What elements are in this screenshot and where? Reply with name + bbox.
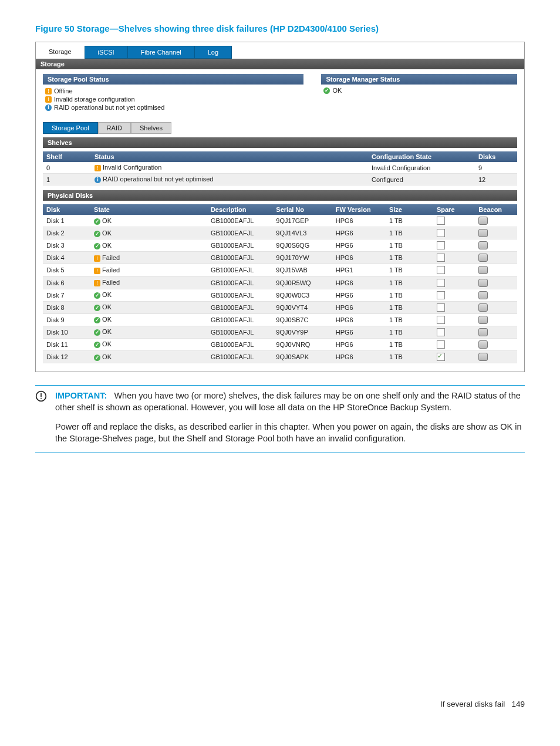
status-text: Offline <box>54 87 73 94</box>
beacon-button[interactable] <box>478 303 488 312</box>
cell-state: ✓ OK <box>90 326 207 338</box>
cell-config: Invalid Configuration <box>368 162 475 174</box>
table-row[interactable]: Disk 1✓ OKGB1000EAFJL9QJ17GEPHPG61 TB <box>43 215 517 227</box>
important-icon <box>35 390 48 413</box>
info-icon: i <box>95 177 101 183</box>
cell-spare <box>433 289 475 301</box>
warning-icon: ! <box>45 96 52 103</box>
cell-fw: HPG6 <box>332 227 386 239</box>
spare-checkbox[interactable] <box>437 229 445 237</box>
table-row[interactable]: Disk 5! FailedGB1000EAFJL9QJ15VABHPG11 T… <box>43 264 517 276</box>
beacon-button[interactable] <box>478 217 488 225</box>
important-label: IMPORTANT: <box>55 391 107 400</box>
beacon-button[interactable] <box>478 328 488 336</box>
spare-checkbox[interactable] <box>437 241 445 249</box>
spare-checkbox[interactable] <box>437 279 445 287</box>
spare-checkbox[interactable] <box>437 340 445 349</box>
table-row[interactable]: Disk 10✓ OKGB1000EAFJL9QJ0VY9PHPG61 TB <box>43 326 517 338</box>
ok-icon: ✓ <box>94 355 100 361</box>
warning-icon: ! <box>94 255 100 262</box>
cell-size: 1 TB <box>386 351 433 363</box>
table-row[interactable]: Disk 4! FailedGB1000EAFJL9QJ170YWHPG61 T… <box>43 252 517 264</box>
tab-iscsi[interactable]: iSCSI <box>85 46 128 59</box>
ok-icon: ✓ <box>94 317 100 323</box>
spare-checkbox[interactable] <box>437 328 445 336</box>
col-description: Description <box>207 204 272 215</box>
cell-status: ! Invalid Configuration <box>91 162 368 174</box>
subtab-shelves[interactable]: Shelves <box>131 122 171 134</box>
table-row[interactable]: Disk 12✓ OKGB1000EAFJL9QJ0SAPKHPG61 TB <box>43 351 517 363</box>
cell-size: 1 TB <box>386 338 433 350</box>
tab-storage[interactable]: Storage <box>36 46 85 59</box>
spare-checkbox[interactable] <box>437 217 445 225</box>
col-fw: FW Version <box>332 204 386 215</box>
spare-checkbox[interactable] <box>437 291 445 299</box>
cell-state: ✓ OK <box>90 351 207 363</box>
table-row[interactable]: Disk 11✓ OKGB1000EAFJL9QJ0VNRQHPG61 TB <box>43 338 517 350</box>
subtab-raid[interactable]: RAID <box>98 122 131 134</box>
footer-text: If several disks fail <box>440 700 505 708</box>
table-row[interactable]: 0! Invalid ConfigurationInvalid Configur… <box>43 162 517 174</box>
figure-title: Figure 50 Storage—Shelves showing three … <box>35 23 525 33</box>
cell-beacon <box>475 215 517 227</box>
cell-serial: 9QJ0R5WQ <box>272 276 332 289</box>
cell-beacon <box>475 338 517 350</box>
col-beacon: Beacon <box>475 204 517 215</box>
cell-spare <box>433 313 475 326</box>
table-row[interactable]: Disk 9✓ OKGB1000EAFJL9QJ0SB7CHPG61 TB <box>43 313 517 326</box>
table-row[interactable]: Disk 3✓ OKGB1000EAFJL9QJ0S6QGHPG61 TB <box>43 239 517 252</box>
tab-log[interactable]: Log <box>195 46 232 59</box>
col-serial: Serial No <box>272 204 332 215</box>
beacon-button[interactable] <box>478 279 488 287</box>
beacon-button[interactable] <box>478 229 488 237</box>
table-row[interactable]: Disk 7✓ OKGB1000EAFJL9QJ0W0C3HPG61 TB <box>43 289 517 301</box>
spare-checkbox[interactable] <box>437 353 445 361</box>
spare-checkbox[interactable] <box>437 254 445 262</box>
ok-icon: ✓ <box>94 231 100 237</box>
spare-checkbox[interactable] <box>437 266 445 274</box>
warning-icon: ! <box>95 165 101 171</box>
beacon-button[interactable] <box>478 291 488 299</box>
table-row[interactable]: 1i RAID operational but not yet optimise… <box>43 174 517 185</box>
beacon-button[interactable] <box>478 316 488 324</box>
status-row: !Invalid storage configuration <box>45 95 301 103</box>
table-row[interactable]: Disk 6! FailedGB1000EAFJL9QJ0R5WQHPG61 T… <box>43 276 517 289</box>
cell-size: 1 TB <box>386 301 433 313</box>
cell-state: ! Failed <box>90 252 207 264</box>
beacon-button[interactable] <box>478 353 488 361</box>
ok-icon: ✓ <box>94 218 100 225</box>
cell-beacon <box>475 313 517 326</box>
beacon-button[interactable] <box>478 266 488 274</box>
spare-checkbox[interactable] <box>437 316 445 324</box>
paragraph: Power off and replace the disks, as desc… <box>55 421 525 444</box>
cell-spare <box>433 301 475 313</box>
cell-spare <box>433 215 475 227</box>
footer-page: 149 <box>511 700 525 708</box>
table-row[interactable]: Disk 2✓ OKGB1000EAFJL9QJ14VL3HPG61 TB <box>43 227 517 239</box>
col-disk: Disk <box>43 204 90 215</box>
beacon-button[interactable] <box>478 241 488 249</box>
cell-desc: GB1000EAFJL <box>207 301 272 313</box>
cell-state: ✓ OK <box>90 301 207 313</box>
cell-spare <box>433 227 475 239</box>
ok-icon: ✓ <box>94 342 100 348</box>
col-shelf: Shelf <box>43 151 91 162</box>
table-row[interactable]: Disk 8✓ OKGB1000EAFJL9QJ0VYT4HPG61 TB <box>43 301 517 313</box>
beacon-button[interactable] <box>478 254 488 262</box>
cell-desc: GB1000EAFJL <box>207 338 272 350</box>
subtab-storage-pool[interactable]: Storage Pool <box>43 122 98 134</box>
tab-fibre-channel[interactable]: Fibre Channel <box>128 46 195 59</box>
cell-disk: Disk 12 <box>43 351 90 363</box>
cell-fw: HPG6 <box>332 301 386 313</box>
beacon-button[interactable] <box>478 340 488 349</box>
cell-desc: GB1000EAFJL <box>207 227 272 239</box>
cell-beacon <box>475 301 517 313</box>
spare-checkbox[interactable] <box>437 303 445 312</box>
cell-disk: Disk 9 <box>43 313 90 326</box>
ok-icon: ✓ <box>94 305 100 311</box>
svg-rect-1 <box>41 393 42 397</box>
cell-disk: Disk 4 <box>43 252 90 264</box>
cell-desc: GB1000EAFJL <box>207 215 272 227</box>
info-icon: i <box>45 104 52 111</box>
cell-fw: HPG6 <box>332 239 386 252</box>
